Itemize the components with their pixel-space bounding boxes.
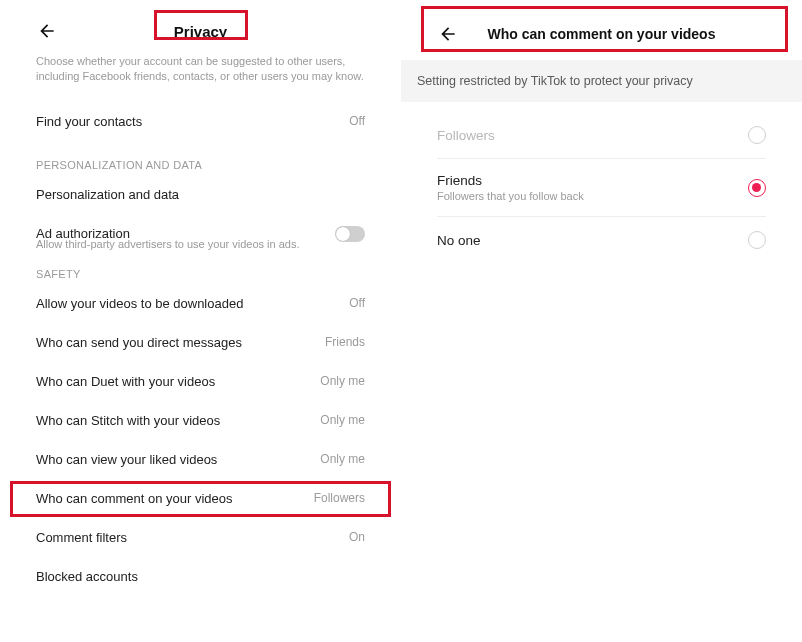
comment-filters-row[interactable]: Comment filters On	[36, 518, 365, 557]
comment-permission-pane: Who can comment on your videos Setting r…	[401, 0, 802, 642]
section-safety-title: SAFETY	[36, 268, 365, 280]
allow-download-label: Allow your videos to be downloaded	[36, 296, 243, 311]
radio-noone[interactable]	[748, 231, 766, 249]
liked-videos-row[interactable]: Who can view your liked videos Only me	[36, 440, 365, 479]
stitch-row[interactable]: Who can Stitch with your videos Only me	[36, 401, 365, 440]
option-followers[interactable]: Followers	[437, 112, 766, 159]
page-title-right: Who can comment on your videos	[437, 26, 766, 42]
ad-authorization-sub: Allow third-party advertisers to use you…	[36, 238, 365, 250]
allow-download-row[interactable]: Allow your videos to be downloaded Off	[36, 284, 365, 323]
comment-row[interactable]: Who can comment on your videos Followers	[36, 479, 365, 518]
stitch-value: Only me	[320, 413, 365, 427]
allow-download-value: Off	[349, 296, 365, 310]
direct-messages-label: Who can send you direct messages	[36, 335, 242, 350]
duet-row[interactable]: Who can Duet with your videos Only me	[36, 362, 365, 401]
comment-value: Followers	[314, 491, 365, 505]
page-title-left: Privacy	[36, 23, 365, 40]
option-friends-label: Friends	[437, 173, 584, 188]
blocked-accounts-row[interactable]: Blocked accounts	[36, 557, 365, 596]
personalization-row[interactable]: Personalization and data	[36, 175, 365, 214]
ad-authorization-toggle[interactable]	[335, 226, 365, 242]
stitch-label: Who can Stitch with your videos	[36, 413, 220, 428]
find-contacts-label: Find your contacts	[36, 114, 142, 129]
direct-messages-value: Friends	[325, 335, 365, 349]
option-noone[interactable]: No one	[437, 217, 766, 263]
comment-label: Who can comment on your videos	[36, 491, 233, 506]
personalization-label: Personalization and data	[36, 187, 179, 202]
comment-filters-label: Comment filters	[36, 530, 127, 545]
option-followers-label: Followers	[437, 128, 495, 143]
option-noone-label: No one	[437, 233, 481, 248]
right-header: Who can comment on your videos	[437, 14, 766, 54]
restriction-banner: Setting restricted by TikTok to protect …	[401, 60, 802, 102]
direct-messages-row[interactable]: Who can send you direct messages Friends	[36, 323, 365, 362]
duet-label: Who can Duet with your videos	[36, 374, 215, 389]
privacy-settings-pane: Privacy Choose whether your account can …	[0, 0, 401, 642]
option-friends[interactable]: Friends Followers that you follow back	[437, 159, 766, 217]
find-contacts-value: Off	[349, 114, 365, 128]
radio-friends[interactable]	[748, 179, 766, 197]
radio-followers[interactable]	[748, 126, 766, 144]
duet-value: Only me	[320, 374, 365, 388]
section-personalization-title: PERSONALIZATION AND DATA	[36, 159, 365, 171]
find-contacts-row[interactable]: Find your contacts Off	[36, 102, 365, 141]
left-header: Privacy	[36, 14, 365, 48]
blocked-accounts-label: Blocked accounts	[36, 569, 138, 584]
liked-videos-value: Only me	[320, 452, 365, 466]
comment-filters-value: On	[349, 530, 365, 544]
top-description: Choose whether your account can be sugge…	[36, 54, 365, 84]
option-friends-sub: Followers that you follow back	[437, 190, 584, 202]
liked-videos-label: Who can view your liked videos	[36, 452, 217, 467]
